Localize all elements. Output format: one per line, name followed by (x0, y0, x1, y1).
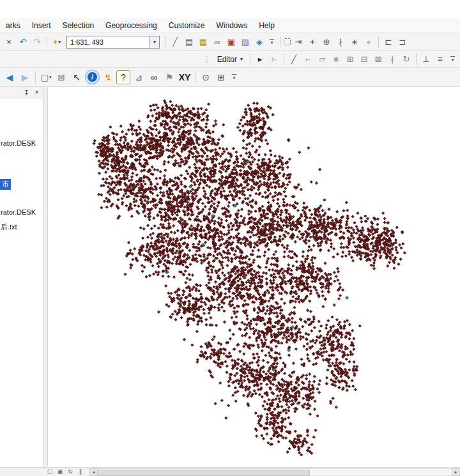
picture-icon[interactable]: ▧ (239, 36, 252, 49)
close-icon[interactable]: × (33, 88, 41, 96)
go-to-xy-icon[interactable]: XY (178, 70, 192, 84)
find-icon[interactable]: ∞ (147, 70, 161, 84)
search-icon[interactable]: ∞ (211, 36, 224, 49)
toc-panel-header: ↧ × (0, 87, 43, 98)
menu-item-bookmarks[interactable]: arks (0, 19, 26, 33)
reshape-icon[interactable]: ⊟ (358, 53, 371, 66)
identify-icon[interactable]: i (88, 72, 97, 82)
toolbar-separator (35, 72, 36, 83)
toc-layer-item[interactable]: 后.txt (1, 222, 17, 232)
scale-dropdown-arrow-icon[interactable]: ▾ (150, 36, 160, 49)
go-back-icon[interactable]: ◀ (3, 70, 17, 84)
undo-icon[interactable]: ↶ (17, 36, 29, 49)
menu-item-windows[interactable]: Windows (210, 19, 253, 33)
viewer-window-icon[interactable]: ⊞ (214, 70, 228, 84)
toolbar-grip: ⋮ (203, 55, 211, 64)
arcmap-window: arks Insert Selection Geoprocessing Cust… (0, 0, 460, 476)
window-top-area (0, 0, 460, 18)
table-of-contents-icon[interactable]: ▤ (183, 36, 195, 49)
chevron-down-icon: ▾ (49, 75, 52, 79)
refresh-view-icon[interactable]: ↻ (66, 468, 75, 476)
endpoint-arc-icon[interactable]: ⌐ (302, 53, 314, 66)
menu-bar: arks Insert Selection Geoprocessing Cust… (0, 18, 460, 33)
hyperlink-icon[interactable]: ↯ (101, 70, 115, 84)
map-display-area (48, 87, 460, 467)
align-right-icon[interactable]: ⊐ (396, 36, 409, 49)
map-scale-input-wrap: ▾ (66, 36, 160, 49)
rotate-line-icon[interactable]: ∤ (334, 36, 347, 49)
sketch-properties-icon[interactable]: ≡ (434, 53, 447, 66)
attributes-icon[interactable]: ⊥ (420, 53, 433, 66)
layout-view-icon[interactable]: ▣ (56, 468, 65, 476)
magnifier-window-icon[interactable]: ⊙ (199, 70, 213, 84)
toolbar-separator (165, 36, 165, 48)
straight-segment-icon[interactable]: ╱ (288, 53, 300, 66)
scroll-right-icon[interactable]: ▸ (452, 468, 460, 476)
find-route-icon[interactable]: ⚑ (162, 70, 176, 84)
trace-icon[interactable]: ▱ (316, 53, 328, 66)
pin-icon[interactable]: ↧ (22, 88, 31, 96)
menu-item-geoprocessing[interactable]: Geoprocessing (100, 19, 163, 33)
rotate-tool-icon[interactable]: ↻ (400, 53, 413, 66)
pan-arrows-icon[interactable]: + (306, 36, 319, 49)
table-of-contents-panel: ↧ × rator.DESK 市 rator.DESK 后.txt (0, 87, 43, 467)
scroll-left-icon[interactable]: ◂ (89, 468, 98, 476)
editor-menu[interactable]: Editor▾ (213, 53, 247, 66)
map-canvas[interactable] (48, 87, 460, 467)
html-popup-icon[interactable]: ? (116, 70, 130, 84)
toc-layer-item[interactable]: rator.DESK (1, 139, 36, 147)
toolbar-separator (378, 36, 379, 48)
toolbar-separator (416, 54, 417, 65)
catalog-icon[interactable]: ▦ (197, 36, 210, 49)
editor-toolbar-row: ⋮Editor▾▸▹╱⌐▱∗⊞⊟⊠∤↻⊥≡▾ (0, 51, 460, 68)
transform-icon[interactable]: ∗ (348, 36, 361, 49)
measure-icon[interactable]: ⊿ (132, 70, 146, 84)
modelbuilder-icon[interactable]: ◈ (253, 36, 266, 49)
map-scale-input[interactable] (66, 36, 150, 49)
toolbar-options-icon[interactable]: ▾ (448, 53, 457, 66)
select-features-icon[interactable]: ▢▾ (39, 70, 53, 84)
clear-selection-icon[interactable]: ⊠ (54, 70, 68, 84)
menu-item-customize[interactable]: Customize (163, 19, 211, 33)
toc-layer-item-selected[interactable]: 市 (0, 179, 11, 190)
zoom-window-icon[interactable] (284, 38, 291, 45)
auto-complete-icon[interactable]: ● (362, 36, 375, 49)
menu-item-selection[interactable]: Selection (57, 19, 100, 33)
toc-layer-item[interactable]: rator.DESK (1, 208, 36, 216)
select-elements-icon[interactable]: ↖ (70, 70, 84, 84)
editor-toolbar: ⋮Editor▾▸▹╱⌐▱∗⊞⊟⊠∤↻⊥≡▾ (201, 51, 458, 67)
edit-annotation-icon[interactable]: ▹ (268, 53, 280, 66)
toolbar-options-icon[interactable]: ▾ (268, 36, 276, 49)
menu-item-insert[interactable]: Insert (26, 19, 57, 33)
split-icon[interactable]: ∤ (386, 53, 399, 66)
data-view-icon[interactable]: ▢ (45, 468, 54, 476)
edit-vertices-icon[interactable]: ⊞ (344, 53, 356, 66)
edit-tool-icon[interactable]: ▸ (254, 53, 266, 66)
toc-panel-body: rator.DESK 市 rator.DESK 后.txt (0, 98, 43, 467)
standard-toolbar: ×↶↷+▾▾╱▤▦∞▣▧◈▾⇥+⊕∤∗●⊏⊐ (0, 33, 460, 51)
toolbar-options-icon[interactable]: ▾ (230, 71, 238, 84)
shift-arrow-icon[interactable]: ⇥ (292, 36, 305, 49)
chevron-down-icon: ▾ (59, 40, 61, 44)
redo-icon[interactable]: ↷ (31, 36, 43, 49)
pause-drawing-icon[interactable]: ∥ (76, 468, 85, 476)
menu-item-help[interactable]: Help (253, 19, 280, 33)
toolbar-separator (284, 54, 284, 65)
toolbar-separator (195, 72, 195, 83)
tools-toolbar: ◀▶▢▾⊠↖i↯?⊿∞⚑XY⊙⊞▾ (0, 68, 460, 87)
toolbar-separator (47, 36, 47, 48)
view-buttons: ▢▣↻∥ (45, 468, 86, 476)
delete-icon[interactable]: × (3, 36, 15, 49)
add-data-icon[interactable]: +▾ (50, 36, 63, 49)
crosshair-icon[interactable]: ⊕ (320, 36, 333, 49)
point-tool-icon[interactable]: ∗ (330, 53, 342, 66)
align-left-icon[interactable]: ⊏ (382, 36, 395, 49)
edit-sketch-icon[interactable]: ╱ (169, 36, 181, 49)
panel-splitter[interactable] (43, 87, 48, 467)
scrollbar-thumb[interactable] (98, 470, 310, 476)
arctoolbox-icon[interactable]: ▣ (225, 36, 238, 49)
toolbar-separator (250, 54, 250, 65)
scrollbar-track[interactable] (98, 468, 452, 476)
cut-polygons-icon[interactable]: ⊠ (372, 53, 385, 66)
go-forward-icon[interactable]: ▶ (18, 70, 32, 84)
